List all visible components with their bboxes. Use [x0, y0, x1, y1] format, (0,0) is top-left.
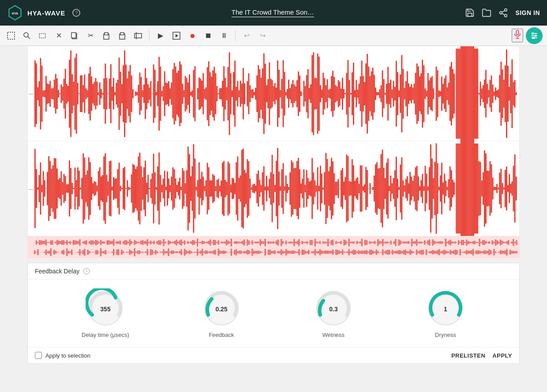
share-button[interactable]	[498, 8, 508, 18]
svg-rect-847	[217, 240, 219, 245]
track-2[interactable]: —	[28, 141, 519, 236]
svg-rect-1157	[234, 250, 235, 254]
redo-button[interactable]: ↪	[256, 29, 269, 42]
apply-to-selection-label[interactable]: Apply to selection	[35, 352, 90, 359]
svg-rect-575	[300, 183, 302, 194]
svg-rect-1076	[103, 251, 105, 254]
deselect-button[interactable]: ✕	[52, 29, 65, 42]
svg-rect-589	[320, 166, 321, 212]
pause-button[interactable]: ⏸	[217, 29, 231, 42]
stop-button[interactable]: ⏹	[202, 29, 215, 42]
mini-waveform[interactable]	[27, 236, 520, 258]
svg-rect-1307	[476, 250, 477, 254]
svg-rect-1121	[176, 251, 177, 253]
svg-rect-651	[405, 179, 407, 198]
select-tool-button[interactable]	[4, 29, 18, 42]
select-rect-button[interactable]	[36, 29, 49, 42]
dryness-knob[interactable]: 1	[426, 288, 465, 328]
copy-button[interactable]	[68, 29, 81, 42]
delay-time-knob[interactable]: 355	[86, 288, 125, 328]
svg-rect-956	[393, 241, 395, 244]
svg-rect-1254	[390, 252, 391, 253]
help-icon[interactable]: ?	[72, 9, 80, 17]
svg-rect-790	[126, 240, 127, 245]
svg-rect-1041	[47, 251, 48, 253]
svg-rect-164	[218, 93, 219, 94]
svg-rect-238	[320, 85, 321, 102]
svg-rect-841	[208, 241, 210, 244]
svg-rect-602	[338, 179, 339, 198]
svg-rect-1063	[82, 250, 84, 254]
track-1[interactable]: —	[28, 46, 519, 141]
svg-rect-1275	[424, 252, 425, 253]
svg-rect-662	[420, 180, 422, 197]
wetness-knob[interactable]: 0.3	[314, 288, 353, 328]
svg-rect-1100	[142, 252, 143, 253]
svg-rect-1141	[208, 251, 210, 253]
svg-rect-256	[345, 93, 346, 94]
sign-in-button[interactable]: SIGN IN	[515, 9, 540, 16]
svg-rect-560	[280, 186, 281, 191]
svg-rect-828	[187, 241, 188, 244]
svg-rect-220	[295, 86, 296, 101]
svg-rect-239	[321, 90, 322, 98]
svg-rect-160	[212, 71, 214, 117]
svg-rect-1144	[213, 250, 214, 254]
svg-rect-1074	[100, 248, 101, 256]
svg-rect-394	[51, 169, 52, 208]
svg-rect-33	[37, 87, 38, 100]
svg-rect-846	[216, 242, 217, 243]
svg-rect-1218	[332, 250, 333, 255]
svg-rect-482	[172, 167, 174, 209]
undo-button[interactable]: ↩	[240, 29, 253, 42]
prelisten-button[interactable]: PRELISTEN	[451, 352, 485, 359]
paste-button[interactable]	[100, 29, 113, 42]
svg-rect-249	[335, 85, 336, 102]
svg-rect-276	[372, 67, 374, 119]
svg-rect-437	[110, 161, 112, 216]
svg-rect-761	[79, 239, 80, 246]
paste-special-button[interactable]: ↓	[116, 29, 129, 42]
svg-rect-1285	[440, 251, 442, 253]
svg-rect-230	[309, 88, 310, 100]
svg-rect-170	[226, 87, 227, 100]
record-button[interactable]: ⏺	[186, 29, 199, 42]
svg-rect-819	[172, 242, 174, 243]
zoom-button[interactable]	[20, 29, 34, 42]
svg-rect-217	[291, 84, 292, 103]
waveform-area[interactable]: — —	[27, 46, 520, 236]
svg-rect-1330	[513, 251, 514, 254]
svg-rect-1052	[64, 252, 66, 253]
svg-rect-1325	[505, 250, 506, 254]
folder-button[interactable]	[482, 8, 491, 18]
effect-name: Feedback Delay	[35, 268, 79, 275]
settings-button[interactable]	[526, 27, 543, 44]
loop-play-button[interactable]	[170, 29, 183, 42]
play-button[interactable]: ▶	[154, 29, 167, 42]
svg-text:HYA: HYA	[12, 11, 19, 15]
svg-rect-261	[352, 72, 353, 116]
svg-rect-976	[426, 242, 427, 243]
svg-rect-603	[339, 188, 341, 189]
svg-rect-669	[430, 144, 431, 232]
trim-button[interactable]	[131, 29, 145, 42]
svg-rect-311	[420, 73, 422, 114]
apply-to-selection-checkbox[interactable]	[35, 352, 42, 359]
svg-rect-873	[259, 239, 261, 246]
svg-rect-759	[76, 241, 77, 244]
svg-rect-346	[469, 46, 470, 141]
svg-rect-1105	[150, 249, 151, 255]
feedback-knob[interactable]: 0.25	[202, 288, 241, 328]
svg-rect-1271	[417, 251, 419, 253]
svg-rect-405	[66, 184, 67, 193]
apply-button[interactable]: APPLY	[492, 352, 512, 359]
svg-rect-471	[157, 166, 158, 211]
file-title[interactable]: The IT Crowd Theme Son…	[232, 8, 314, 17]
cut-button[interactable]: ✂	[84, 29, 97, 42]
svg-rect-1070	[94, 252, 95, 253]
svg-rect-558	[277, 148, 278, 229]
save-button[interactable]	[465, 8, 475, 18]
svg-rect-495	[190, 176, 191, 201]
mic-button[interactable]	[512, 29, 523, 42]
svg-rect-466	[150, 179, 152, 198]
